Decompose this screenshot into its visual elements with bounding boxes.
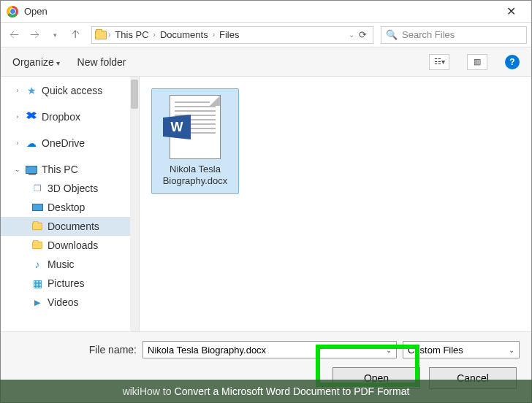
file-list[interactable]: W Nikola Tesla Biography.docx <box>140 77 531 331</box>
sidebar-item-pictures[interactable]: Pictures <box>1 274 139 293</box>
chevron-right-icon: › <box>14 113 21 120</box>
forward-button[interactable]: 🡢 <box>26 26 43 44</box>
dialog-body: › Quick access › Dropbox › OneDrive ⌄ Th… <box>1 77 531 331</box>
crumb-files[interactable]: Files <box>216 29 242 40</box>
file-item-selected[interactable]: W Nikola Tesla Biography.docx <box>151 88 239 194</box>
command-bar: Organize New folder ☷ ▥ ? <box>1 47 531 77</box>
videos-icon <box>31 296 43 308</box>
onedrive-icon <box>26 137 37 149</box>
open-dialog: Open ✕ 🡠 🡢 ▾ 🡡 › This PC › Documents › F… <box>0 0 532 403</box>
chevron-right-icon: › <box>108 31 110 39</box>
view-options-button[interactable]: ☷ <box>429 54 449 70</box>
sidebar-item-downloads[interactable]: Downloads <box>1 236 139 255</box>
sidebar-item-videos[interactable]: Videos <box>1 293 139 312</box>
cube-icon <box>31 183 43 194</box>
sidebar-item-dropbox[interactable]: › Dropbox <box>1 107 139 126</box>
sidebar-item-quick-access[interactable]: › Quick access <box>1 81 139 100</box>
filetype-select[interactable]: Custom Files ⌄ <box>403 341 520 358</box>
sidebar-item-desktop[interactable]: Desktop <box>1 198 139 217</box>
dropbox-icon <box>26 112 37 122</box>
navigation-pane: › Quick access › Dropbox › OneDrive ⌄ Th… <box>1 77 140 331</box>
chevron-down-icon: ⌄ <box>14 166 21 173</box>
chevron-right-icon: › <box>14 139 21 147</box>
chevron-right-icon: › <box>213 31 215 39</box>
breadcrumb[interactable]: › This PC › Documents › Files ⌄ ⟳ <box>91 26 373 44</box>
back-button[interactable]: 🡠 <box>5 26 23 44</box>
preview-pane-button[interactable]: ▥ <box>467 54 487 70</box>
recent-dropdown[interactable]: ▾ <box>46 26 64 44</box>
pc-icon <box>26 166 37 174</box>
filename-input[interactable]: Nikola Tesla Biography.docx ⌄ <box>142 341 397 358</box>
chevron-down-icon: ⌄ <box>509 346 514 354</box>
file-label: Nikola Tesla Biography.docx <box>155 164 235 188</box>
new-folder-button[interactable]: New folder <box>77 56 126 68</box>
chevron-down-icon[interactable]: ⌄ <box>349 31 354 39</box>
sidebar-scrollbar[interactable] <box>130 77 139 331</box>
close-button[interactable]: ✕ <box>496 4 525 18</box>
titlebar: Open ✕ <box>1 1 531 23</box>
up-button[interactable]: 🡡 <box>66 26 84 44</box>
sidebar-item-documents[interactable]: Documents <box>1 217 139 236</box>
pictures-icon <box>31 277 43 289</box>
word-doc-icon: W <box>170 95 221 159</box>
star-icon <box>26 85 37 96</box>
navbar: 🡠 🡢 ▾ 🡡 › This PC › Documents › Files ⌄ … <box>1 23 531 47</box>
window-title: Open <box>24 6 496 17</box>
folder-icon <box>32 242 42 249</box>
wikihow-caption: wikiHow to Convert a Microsoft Word Docu… <box>0 380 532 403</box>
crumb-documents[interactable]: Documents <box>157 29 211 40</box>
help-button[interactable]: ? <box>505 55 520 69</box>
sidebar-item-onedrive[interactable]: › OneDrive <box>1 134 139 153</box>
filename-label: File name: <box>12 344 137 356</box>
sidebar-item-3d-objects[interactable]: 3D Objects <box>1 179 139 198</box>
sidebar-item-music[interactable]: Music <box>1 255 139 274</box>
crumb-this-pc[interactable]: This PC <box>112 29 151 40</box>
music-icon <box>31 258 43 270</box>
chevron-down-icon[interactable]: ⌄ <box>386 346 392 354</box>
sidebar-item-this-pc[interactable]: ⌄ This PC <box>1 160 139 179</box>
organize-menu[interactable]: Organize <box>12 56 60 68</box>
refresh-icon[interactable]: ⟳ <box>356 29 370 40</box>
folder-icon <box>32 223 42 230</box>
search-input[interactable]: 🔍 Search Files <box>381 26 527 44</box>
search-icon: 🔍 <box>386 29 398 40</box>
chevron-right-icon: › <box>14 87 21 94</box>
chrome-icon <box>7 6 18 18</box>
desktop-icon <box>32 204 43 211</box>
chevron-right-icon: › <box>153 31 156 39</box>
folder-icon <box>95 31 107 39</box>
